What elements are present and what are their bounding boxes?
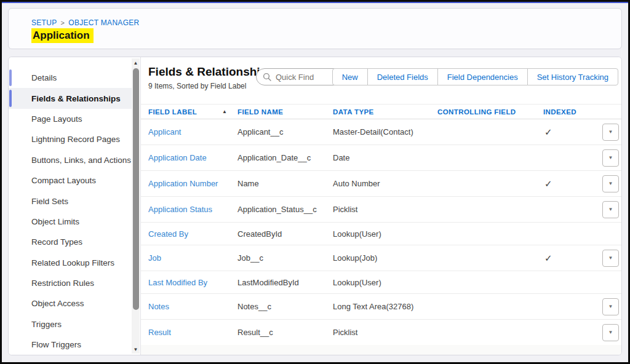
row-actions-menu-button[interactable]: ▼ (602, 175, 619, 192)
indexed-cell: ✓ (543, 253, 602, 264)
column-header-label: FIELD LABEL (148, 108, 197, 116)
column-header-controlling-field[interactable]: CONTROLLING FIELD (437, 108, 543, 116)
field-label-link[interactable]: Applicant (148, 127, 181, 136)
chevron-down-icon: ▼ (608, 330, 613, 335)
field-row-application-date: Application DateApplication_Date__cDate▼ (141, 145, 621, 171)
sidebar-item-object-access[interactable]: Object Access (9, 293, 132, 314)
chevron-down-icon: ▼ (608, 255, 613, 261)
sidebar-item-label: Restriction Rules (31, 279, 94, 288)
breadcrumb-object-manager-link[interactable]: OBJECT MANAGER (68, 18, 139, 27)
field-label-cell: Applicant (148, 127, 237, 136)
sidebar-item-object-limits[interactable]: Object Limits (9, 212, 132, 232)
column-header-label: INDEXED (543, 108, 576, 116)
row-actions-menu-button[interactable]: ▼ (602, 298, 619, 315)
field-label-link[interactable]: Notes (148, 302, 169, 311)
indexed-check-icon: ✓ (543, 127, 552, 137)
field-label-link[interactable]: Application Number (148, 179, 218, 188)
field-row-job: JobJob__cLookup(Job)✓▼ (141, 245, 621, 271)
data-type-cell: Long Text Area(32768) (333, 302, 437, 311)
field-name-cell: Application_Date__c (237, 153, 333, 162)
field-row-result: ResultResult__cPicklist▼ (141, 320, 621, 346)
sidebar-item-label: Fields & Relationships (31, 94, 121, 103)
row-actions-cell: ▼ (602, 124, 621, 141)
chevron-down-icon: ▼ (608, 304, 613, 309)
field-label-link[interactable]: Job (148, 253, 161, 263)
field-name-cell: Applicant__c (237, 127, 333, 136)
row-actions-menu-button[interactable]: ▼ (602, 149, 619, 167)
deleted-fields-button[interactable]: Deleted Fields (367, 68, 438, 85)
set-history-tracking-button[interactable]: Set History Tracking (527, 68, 618, 85)
sidebar-item-restriction-rules[interactable]: Restriction Rules (9, 273, 132, 293)
field-row-applicant: ApplicantApplicant__cMaster-Detail(Conta… (141, 119, 621, 145)
panel-subtitle: 9 Items, Sorted by Field Label (148, 82, 246, 90)
field-row-application-number: Application NumberNameAuto Number✓▼ (141, 171, 621, 197)
scroll-up-icon[interactable]: ▲ (132, 58, 140, 67)
sidebar-item-label: Field Sets (31, 197, 68, 206)
sidebar-item-label: Related Lookup Filters (31, 258, 114, 267)
sidebar-item-fields-relationships[interactable]: Fields & Relationships (9, 88, 132, 108)
field-label-cell: Result (148, 328, 237, 337)
sidebar-item-triggers[interactable]: Triggers (9, 314, 132, 334)
row-actions-cell: ▼ (602, 250, 621, 267)
breadcrumb-separator: > (61, 19, 65, 26)
chevron-down-icon: ▼ (608, 155, 613, 160)
sidebar-item-label: Triggers (31, 320, 62, 329)
data-type-cell: Lookup(Job) (333, 253, 437, 263)
sidebar-item-label: Flow Triggers (31, 340, 81, 349)
panel-title: Fields & Relationships (148, 65, 274, 79)
sidebar-item-label: Buttons, Links, and Actions (31, 156, 131, 165)
sidebar-item-related-lookup-filters[interactable]: Related Lookup Filters (9, 253, 132, 273)
toolbar-button-group: NewDeleted FieldsField DependenciesSet H… (332, 68, 618, 85)
row-actions-menu-button[interactable]: ▼ (602, 124, 619, 141)
object-header-card: SETUP > OBJECT MANAGER Application (8, 8, 622, 49)
field-label-link[interactable]: Last Modified By (148, 278, 207, 287)
column-header-indexed[interactable]: INDEXED (543, 108, 602, 116)
column-header-data-type[interactable]: DATA TYPE (333, 108, 437, 116)
sidebar-nav: DetailsFields & RelationshipsPage Layout… (9, 57, 140, 355)
sidebar-item-compact-layouts[interactable]: Compact Layouts (9, 170, 132, 191)
sidebar-item-page-layouts[interactable]: Page Layouts (9, 109, 132, 129)
object-manager-content-card: DetailsFields & RelationshipsPage Layout… (8, 57, 622, 355)
sidebar-item-details[interactable]: Details (9, 68, 132, 88)
scrollbar-thumb[interactable] (133, 68, 139, 310)
chevron-down-icon: ▼ (608, 181, 613, 186)
column-header-field-label[interactable]: FIELD LABEL▲ (148, 108, 237, 116)
scroll-down-icon[interactable]: ▼ (132, 345, 140, 354)
data-type-cell: Lookup(User) (333, 229, 437, 239)
field-name-cell: Name (237, 179, 333, 188)
data-type-cell: Auto Number (333, 179, 437, 188)
field-label-cell: Application Number (148, 179, 237, 188)
data-type-cell: Picklist (333, 328, 437, 337)
data-type-cell: Lookup(User) (333, 278, 437, 287)
table-body: ApplicantApplicant__cMaster-Detail(Conta… (141, 119, 621, 346)
field-label-cell: Notes (148, 302, 237, 311)
chevron-down-icon: ▼ (608, 207, 613, 212)
field-row-created-by: Created ByCreatedByIdLookup(User) (141, 223, 621, 245)
object-name-highlighted: Application (31, 28, 94, 43)
row-actions-menu-button[interactable]: ▼ (602, 201, 619, 218)
row-actions-menu-button[interactable]: ▼ (602, 324, 619, 341)
column-header-field-name[interactable]: FIELD NAME (237, 108, 333, 116)
field-label-cell: Application Status (148, 205, 237, 214)
breadcrumb-setup-link[interactable]: SETUP (31, 18, 57, 27)
breadcrumb: SETUP > OBJECT MANAGER (31, 18, 140, 27)
field-label-link[interactable]: Application Status (148, 205, 212, 214)
new-button[interactable]: New (332, 68, 368, 85)
field-label-link[interactable]: Application Date (148, 153, 207, 162)
field-label-link[interactable]: Created By (148, 229, 188, 239)
row-actions-menu-button[interactable]: ▼ (602, 250, 619, 267)
sidebar-item-lightning-record-pages[interactable]: Lightning Record Pages (9, 129, 132, 149)
field-dependencies-button[interactable]: Field Dependencies (437, 68, 528, 85)
page-title: Application (31, 30, 94, 42)
sidebar-item-label: Compact Layouts (31, 176, 96, 185)
sidebar-item-flow-triggers[interactable]: Flow Triggers (9, 334, 132, 355)
sidebar-scrollbar[interactable]: ▲ ▼ (132, 58, 140, 354)
field-label-link[interactable]: Result (148, 328, 171, 337)
sidebar-item-record-types[interactable]: Record Types (9, 232, 132, 252)
window-top-accent-line (2, 2, 628, 3)
sidebar-item-buttons-links-and-actions[interactable]: Buttons, Links, and Actions (9, 150, 132, 170)
field-row-last-modified-by: Last Modified ByLastModifiedByIdLookup(U… (141, 271, 621, 294)
row-actions-cell: ▼ (602, 324, 621, 341)
sidebar-item-field-sets[interactable]: Field Sets (9, 191, 132, 211)
field-label-cell: Last Modified By (148, 278, 237, 287)
